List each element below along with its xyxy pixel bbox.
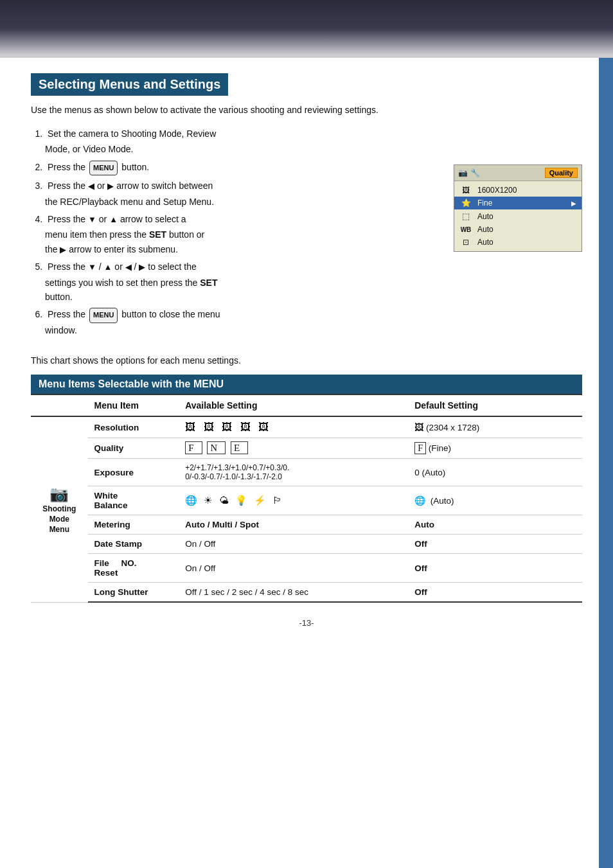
default-exposure: 0 (Auto) <box>408 459 582 486</box>
last-icon: ⊡ <box>459 238 472 247</box>
quality-value: Fine <box>477 199 566 208</box>
table-row-longshutter: Long Shutter Off / 1 sec / 2 sec / 4 sec… <box>31 583 582 603</box>
shooting-mode-label: Shooting <box>42 504 76 513</box>
item-filereset: File NO.Reset <box>88 554 179 583</box>
exposure-icon: ⬚ <box>459 211 472 221</box>
default-filereset: Off <box>408 554 582 583</box>
default-resolution: 🖼 (2304 x 1728) <box>408 416 582 438</box>
page-footer: -13- <box>31 618 582 628</box>
item-wb: WhiteBalance <box>88 486 179 515</box>
table-row-quality: Quality F N E F (Fine) <box>31 438 582 459</box>
camera-screen-header: 📷 🔧 Quality <box>454 165 582 181</box>
exposure-value: Auto <box>477 212 576 221</box>
quality-badge: Quality <box>545 168 578 178</box>
camera-menu-item-exposure: ⬚ Auto <box>454 209 582 223</box>
item-longshutter: Long Shutter <box>88 583 179 603</box>
camera-menu-item-last: ⊡ Auto <box>454 236 582 249</box>
available-wb: 🌐 ☀ 🌤 💡 ⚡ 🏳 <box>179 486 408 515</box>
item-metering: Metering <box>88 515 179 535</box>
right-sidebar-accent <box>599 58 613 868</box>
available-datestamp: On / Off <box>179 535 408 554</box>
menu-label: Menu <box>49 525 69 534</box>
wb-value: Auto <box>477 225 576 234</box>
table-row-wb: WhiteBalance 🌐 ☀ 🌤 💡 ⚡ 🏳 🌐 (Auto) <box>31 486 582 515</box>
available-longshutter: Off / 1 sec / 2 sec / 4 sec / 8 sec <box>179 583 408 603</box>
camera-menu-item-resolution: 🖼 1600X1200 <box>454 184 582 197</box>
available-filereset: On / Off <box>179 554 408 583</box>
table-row-resolution: 📷 Shooting Mode Menu Resolution 🖼 🖼 🖼 🖼 … <box>31 416 582 438</box>
item-exposure: Exposure <box>88 459 179 486</box>
last-value: Auto <box>477 238 576 247</box>
available-resolution: 🖼 🖼 🖼 🖼 🖼 <box>179 416 408 438</box>
step-4: Press the ▼ or ▲ arrow to select a menu … <box>45 211 441 256</box>
resolution-value: 1600X1200 <box>477 186 576 195</box>
table-row-metering: Metering Auto / Multi / Spot Auto <box>31 515 582 535</box>
quality-icon: ⭐ <box>459 199 472 208</box>
camera-screen-mockup: 📷 🔧 Quality 🖼 1600X1200 ⭐ Fine ▶ ⬚ Auto <box>454 164 582 252</box>
menu-table: Menu Item Available Setting Default Sett… <box>31 394 582 603</box>
item-resolution: Resolution <box>88 416 179 438</box>
mode-label: Mode <box>49 515 69 524</box>
instructions-list: Set the camera to Shooting Mode, Review … <box>31 126 441 340</box>
mode-cell: 📷 Shooting Mode Menu <box>31 416 88 602</box>
item-datestamp: Date Stamp <box>88 535 179 554</box>
table-row-exposure: Exposure +2/+1.7/+1.3/+1.0/+0.7/+0.3/0.0… <box>31 459 582 486</box>
menu-button-ref: MENU <box>89 161 118 176</box>
step-1: Set the camera to Shooting Mode, Review … <box>45 126 441 157</box>
step-3: Press the ◀ or ▶ arrow to switch between… <box>45 178 441 209</box>
available-quality: F N E <box>179 438 408 459</box>
col-header-available: Available Setting <box>179 394 408 416</box>
wb-icon: WB <box>459 226 472 233</box>
step-2: Press the MENU button. <box>45 159 441 176</box>
page-number: -13- <box>299 618 314 628</box>
default-datestamp: Off <box>408 535 582 554</box>
default-quality: F (Fine) <box>408 438 582 459</box>
section2-title: Menu Items Selectable with the MENU <box>31 375 582 394</box>
col-header-item: Menu Item <box>88 394 179 416</box>
available-exposure: +2/+1.7/+1.3/+1.0/+0.7/+0.3/0.0/-0.3/-0.… <box>179 459 408 486</box>
chart-intro-text: This chart shows the options for each me… <box>31 355 582 366</box>
default-wb: 🌐 (Auto) <box>408 486 582 515</box>
step-5: Press the ▼ / ▲ or ◀ / ▶ to select the s… <box>45 259 441 304</box>
col-header-default: Default Setting <box>408 394 582 416</box>
resolution-icon: 🖼 <box>459 186 472 195</box>
camera-menu-item-wb: WB Auto <box>454 223 582 236</box>
table-row-datestamp: Date Stamp On / Off Off <box>31 535 582 554</box>
quality-arrow: ▶ <box>571 200 576 207</box>
shooting-mode-icon: 📷 <box>49 485 69 503</box>
main-layout: Set the camera to Shooting Mode, Review … <box>31 126 582 340</box>
camera-menu-items: 🖼 1600X1200 ⭐ Fine ▶ ⬚ Auto WB Auto ⊡ <box>454 181 582 251</box>
table-row-filereset: File NO.Reset On / Off Off <box>31 554 582 583</box>
menu-button-ref2: MENU <box>89 308 118 323</box>
step-6: Press the MENU button to close the menu … <box>45 306 441 337</box>
intro-text: Use the menus as shown below to activate… <box>31 103 582 117</box>
camera-header-icons: 📷 🔧 <box>458 168 480 177</box>
page-header <box>0 0 613 58</box>
default-longshutter: Off <box>408 583 582 603</box>
camera-menu-item-quality: ⭐ Fine ▶ <box>454 197 582 209</box>
section1-title: Selecting Menus and Settings <box>31 73 228 96</box>
available-metering: Auto / Multi / Spot <box>179 515 408 535</box>
col-header-mode <box>31 394 88 416</box>
default-metering: Auto <box>408 515 582 535</box>
item-quality: Quality <box>88 438 179 459</box>
settings-icon: 🔧 <box>470 168 480 177</box>
camera-icon: 📷 <box>458 168 468 177</box>
